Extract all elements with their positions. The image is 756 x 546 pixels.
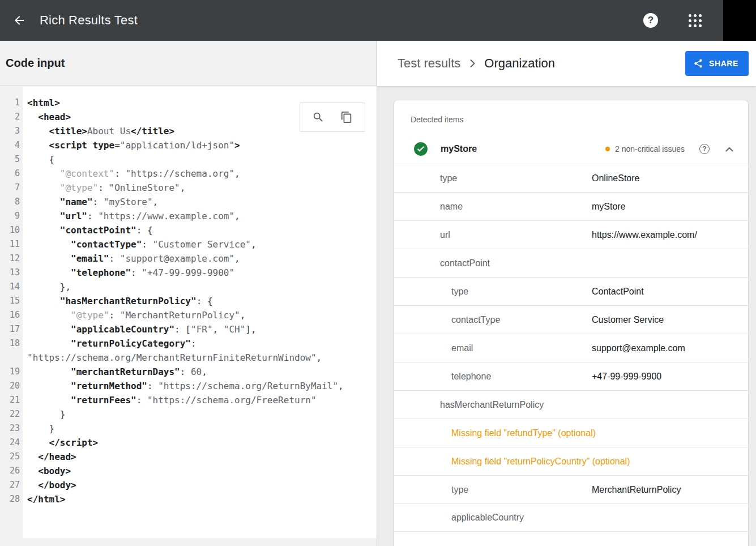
back-button[interactable] <box>8 9 31 32</box>
share-button[interactable]: SHARE <box>685 51 749 76</box>
apps-button[interactable] <box>684 9 706 32</box>
line-number: 2 <box>0 110 23 124</box>
code-line: 12 "email": "support@example.com", <box>0 251 377 266</box>
line-number: 27 <box>0 478 23 492</box>
code-toolbar <box>300 103 365 132</box>
code-line: "https://schema.org/MerchantReturnFinite… <box>0 351 377 365</box>
app-title: Rich Results Test <box>40 13 138 28</box>
field-value: MerchantReturnPolicy <box>592 485 681 495</box>
line-number: 17 <box>0 322 23 336</box>
field-value: OnlineStore <box>592 173 640 184</box>
result-field-row: typeContactPoint <box>394 277 748 305</box>
line-number: 25 <box>0 450 23 464</box>
breadcrumb-organization: Organization <box>484 56 555 71</box>
code-line: 14 }, <box>0 280 377 294</box>
result-field-row: emailsupport@example.com <box>394 334 748 362</box>
line-number: 24 <box>0 436 23 450</box>
line-number: 15 <box>0 294 23 308</box>
code-editor[interactable]: 1<html>2 <head>3 <title>About Us</title>… <box>0 87 377 538</box>
line-number: 10 <box>0 223 23 237</box>
field-value: +47-99-999-9900 <box>592 372 661 382</box>
code-line: 25 </head> <box>0 450 377 464</box>
entity-name: myStore <box>441 144 477 154</box>
help-button[interactable]: ? <box>639 9 662 32</box>
field-value: myStore <box>592 202 626 212</box>
field-label: telephone <box>451 372 491 382</box>
code-line: 17 "applicableCountry": ["FR", "CH"], <box>0 322 377 336</box>
result-field-row: urlhttps://www.example.com/ <box>394 220 748 249</box>
code-line: 26 <body> <box>0 464 377 478</box>
code-line: 5 { <box>0 152 377 167</box>
line-number: 26 <box>0 464 23 478</box>
code-line: 18 "returnPolicyCategory": <box>0 336 377 351</box>
code-line: 9 "url": "https://www.example.com", <box>0 209 377 223</box>
detected-item-rows: typeOnlineStorenamemyStoreurlhttps://www… <box>394 164 748 532</box>
code-line: 24 </script> <box>0 436 377 450</box>
line-number: 6 <box>0 167 23 181</box>
apps-grid-icon <box>689 14 702 27</box>
field-label: applicableCountry <box>451 513 524 523</box>
result-group-row: applicableCountry <box>394 504 748 532</box>
results-body: Detected items myStore 2 non-critical is… <box>377 86 756 546</box>
copy-icon <box>340 111 353 123</box>
share-icon <box>693 58 703 69</box>
field-label: contactPoint <box>440 258 490 268</box>
field-label: email <box>451 343 473 353</box>
code-panel-header: Code input <box>0 41 377 86</box>
breadcrumb-test-results[interactable]: Test results <box>398 56 460 71</box>
detected-items-label: Detected items <box>394 100 748 124</box>
result-field-row: namemyStore <box>394 192 748 220</box>
code-line: 20 "returnMethod": "https://schema.org/R… <box>0 379 377 393</box>
line-number: 16 <box>0 308 23 322</box>
search-icon <box>312 111 324 123</box>
code-panel: Code input 1<html>2 <head>3 <title>About… <box>0 41 377 546</box>
copy-button[interactable] <box>336 107 357 127</box>
line-number: 1 <box>0 96 23 110</box>
detected-item-header[interactable]: myStore 2 non-critical issues ? <box>394 134 748 164</box>
results-panel: Test results Organization SHARE Detected… <box>377 41 756 546</box>
account-placeholder[interactable] <box>723 0 756 41</box>
field-label: contactType <box>451 315 500 325</box>
code-line: 23 } <box>0 421 377 436</box>
code-line: 21 "returnFees": "https://schema.org/Fre… <box>0 393 377 407</box>
code-line: 8 "name": "myStore", <box>0 195 377 209</box>
search-button[interactable] <box>308 107 328 127</box>
line-number: 8 <box>0 195 23 209</box>
chevron-up-icon[interactable] <box>725 147 733 152</box>
field-label: type <box>440 173 457 184</box>
line-number: 9 <box>0 209 23 223</box>
code-line: 28</html> <box>0 492 377 506</box>
help-icon: ? <box>643 13 658 28</box>
field-value: support@example.com <box>592 343 685 353</box>
result-field-row: typeOnlineStore <box>394 164 748 192</box>
line-number: 22 <box>0 407 23 421</box>
result-warning-row: Missing field "returnPolicyCountry" (opt… <box>394 447 748 475</box>
code-line: 4 <script type="application/ld+json"> <box>0 138 377 152</box>
code-line: 15 "hasMerchantReturnPolicy": { <box>0 294 377 308</box>
code-line: 7 "@type": "OnlineStore", <box>0 181 377 195</box>
check-circle-icon <box>413 142 428 156</box>
field-label: url <box>440 230 450 240</box>
warning-label: Missing field "returnPolicyCountry" (opt… <box>451 457 630 467</box>
code-line: 19 "merchantReturnDays": 60, <box>0 365 377 379</box>
line-number: 18 <box>0 336 23 351</box>
issues-help-icon[interactable]: ? <box>699 144 710 154</box>
warning-dot-icon <box>605 147 610 151</box>
line-number: 21 <box>0 393 23 407</box>
chevron-right-icon <box>469 59 475 68</box>
line-number: 14 <box>0 280 23 294</box>
line-number: 19 <box>0 365 23 379</box>
code-line: 6 "@context": "https://schema.org", <box>0 167 377 181</box>
line-number: 7 <box>0 181 23 195</box>
line-number <box>0 351 23 365</box>
line-number: 11 <box>0 237 23 251</box>
share-button-label: SHARE <box>709 59 738 68</box>
result-warning-row: Missing field "refundType" (optional) <box>394 419 748 447</box>
code-line: 22 } <box>0 407 377 421</box>
code-panel-title: Code input <box>6 57 65 70</box>
line-number: 5 <box>0 152 23 167</box>
field-value: ContactPoint <box>592 287 644 297</box>
field-label: type <box>451 485 468 495</box>
result-group-row: hasMerchantReturnPolicy <box>394 390 748 419</box>
field-label: name <box>440 202 463 212</box>
